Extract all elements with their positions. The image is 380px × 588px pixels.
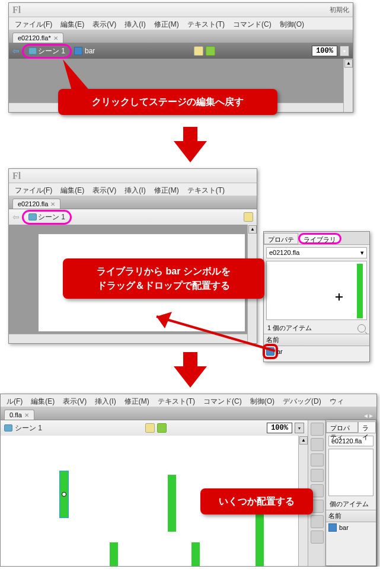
scene-label: シーン 1 — [15, 423, 42, 433]
titlebar: Fl — [9, 169, 257, 183]
scene-label: シーン 1 — [38, 46, 65, 56]
titlebar-mode: 初期化 — [330, 5, 349, 14]
menu-insert[interactable]: 挿入(I) — [91, 395, 119, 405]
flow-arrow-icon — [174, 141, 207, 162]
menu-modify[interactable]: 修正(M) — [121, 395, 153, 405]
file-tab-label: e02120.fla* — [18, 34, 51, 41]
zoom-dropdown[interactable]: ▼ — [340, 46, 349, 56]
tabstrip-nav-icon[interactable]: ◂ ▸ — [360, 411, 376, 420]
file-tab-label: e02120.fla — [18, 200, 48, 207]
scroll-up-icon[interactable]: ▲ — [248, 225, 257, 234]
callout-2: ライブラリから bar シンボルを ドラッグ＆ドロップで配置する — [63, 258, 264, 299]
edit-scene-icon[interactable] — [244, 212, 253, 222]
search-icon[interactable] — [357, 324, 366, 333]
library-item-label: bar — [339, 524, 349, 531]
menu-text[interactable]: テキスト(T) — [154, 395, 199, 405]
menu-insert[interactable]: 挿入(I) — [121, 18, 149, 28]
tab-library[interactable]: ライブラリ — [298, 233, 341, 244]
menu-edit[interactable]: 編集(E) — [27, 395, 58, 405]
menu-text[interactable]: テキスト(T) — [184, 18, 228, 28]
file-tab[interactable]: e02120.fla ✕ — [12, 199, 60, 209]
flow-arrow-icon — [174, 366, 207, 388]
menu-file[interactable]: ファイル(F) — [11, 184, 56, 194]
scene-icon — [28, 213, 37, 220]
edit-bar: ⇦ シーン 1 — [9, 209, 257, 225]
tab-library[interactable]: ライ — [358, 421, 376, 433]
tab-properties[interactable]: プロパティ — [326, 421, 358, 433]
bar-instance[interactable] — [191, 542, 200, 566]
edit-bar: シーン 1 100% ▼ — [1, 420, 308, 436]
callout-text: いくつか配置する — [219, 496, 295, 506]
back-icon[interactable]: ⇦ — [12, 46, 20, 56]
bar-preview-shape — [357, 264, 363, 318]
bar-instance[interactable] — [168, 475, 176, 532]
panel-tabs: プロパティ ライ — [326, 420, 376, 433]
tool-button[interactable] — [311, 453, 324, 466]
menu-file[interactable]: ル(F) — [3, 395, 26, 405]
edit-symbol-icon[interactable] — [157, 423, 167, 433]
edit-scene-icon[interactable] — [194, 46, 203, 56]
close-icon[interactable]: ✕ — [50, 201, 55, 207]
menu-file[interactable]: ファイル(F) — [11, 18, 56, 28]
menu-window[interactable]: ウィ — [326, 395, 347, 405]
symbol-icon — [74, 47, 82, 55]
library-item-bar[interactable]: bar — [326, 522, 376, 533]
tool-button[interactable] — [311, 515, 324, 528]
menu-text[interactable]: テキスト(T) — [184, 184, 228, 194]
back-icon: ⇦ — [12, 212, 20, 222]
zoom-field[interactable]: 100% — [267, 423, 292, 433]
svg-line-1 — [157, 317, 275, 351]
tab-properties[interactable]: プロパテ — [264, 233, 298, 244]
file-tab[interactable]: e02120.fla* ✕ — [12, 33, 63, 43]
menu-view[interactable]: 表示(V) — [89, 184, 120, 194]
edit-symbol-icon[interactable] — [206, 46, 215, 56]
document-tabs: e02120.fla* ✕ — [9, 30, 353, 43]
menu-view[interactable]: 表示(V) — [89, 18, 120, 28]
flash-window-3: ル(F) 編集(E) 表示(V) 挿入(I) 修正(M) テキスト(T) コマン… — [0, 394, 377, 567]
menu-modify[interactable]: 修正(M) — [151, 184, 183, 194]
drag-arrow-icon — [139, 305, 281, 364]
menu-control[interactable]: 制御(O) — [276, 18, 308, 28]
bar-instance[interactable] — [110, 542, 118, 566]
zoom-dropdown[interactable]: ▼ — [295, 423, 304, 433]
tool-button[interactable] — [311, 423, 324, 436]
scene-crumb[interactable]: シーン 1 — [22, 44, 72, 59]
menu-debug[interactable]: デバッグ(D) — [279, 395, 325, 405]
library-file-dropdown[interactable]: e02120.fla ▾ — [266, 247, 367, 258]
registration-point-icon — [336, 293, 343, 301]
tool-button[interactable] — [311, 531, 324, 544]
menu-edit[interactable]: 編集(E) — [57, 184, 88, 194]
vscrollbar[interactable]: ▲ — [343, 59, 353, 112]
callout-text: クリックしてステージの編集へ戻す — [92, 97, 244, 107]
menu-view[interactable]: 表示(V) — [59, 395, 90, 405]
callout-line1: ライブラリから bar シンボルを — [97, 266, 231, 276]
symbol-label: bar — [85, 47, 95, 55]
menu-insert[interactable]: 挿入(I) — [121, 184, 149, 194]
library-column-header[interactable]: 名前 — [326, 510, 376, 522]
tool-button[interactable] — [311, 438, 324, 451]
close-icon[interactable]: ✕ — [24, 412, 29, 418]
library-item-count: 個のアイテム — [326, 498, 376, 510]
callout-line2: ドラッグ＆ドロップで配置する — [97, 280, 230, 290]
menubar: ル(F) 編集(E) 表示(V) 挿入(I) 修正(M) テキスト(T) コマン… — [1, 394, 376, 407]
titlebar: Fl 初期化 — [9, 3, 353, 17]
scene-crumb[interactable]: シーン 1 — [22, 210, 72, 225]
menu-edit[interactable]: 編集(E) — [57, 18, 88, 28]
callout-1: クリックしてステージの編集へ戻す — [58, 89, 277, 115]
zoom-field[interactable]: 100% — [312, 46, 337, 56]
close-icon[interactable]: ✕ — [53, 35, 58, 41]
menu-modify[interactable]: 修正(M) — [151, 18, 183, 28]
scroll-up-icon[interactable]: ▲ — [299, 436, 308, 445]
library-file-label: e02120.fla — [269, 249, 299, 257]
tool-button[interactable] — [311, 469, 324, 482]
library-panel: プロパティ ライ e02120.fla 個のアイテム 名前 bar — [325, 420, 376, 566]
menu-command[interactable]: コマンド(C) — [200, 395, 245, 405]
edit-scene-icon[interactable] — [145, 423, 155, 433]
menu-control[interactable]: 制御(O) — [247, 395, 278, 405]
scene-label: シーン 1 — [38, 212, 65, 222]
file-tab[interactable]: 0.fla ✕ — [4, 410, 34, 420]
menu-command[interactable]: コマンド(C) — [229, 18, 275, 28]
scene-icon — [28, 47, 37, 55]
document-tabs: 0.fla ✕ ◂ ▸ — [1, 407, 376, 420]
scroll-up-icon[interactable]: ▲ — [344, 59, 353, 68]
